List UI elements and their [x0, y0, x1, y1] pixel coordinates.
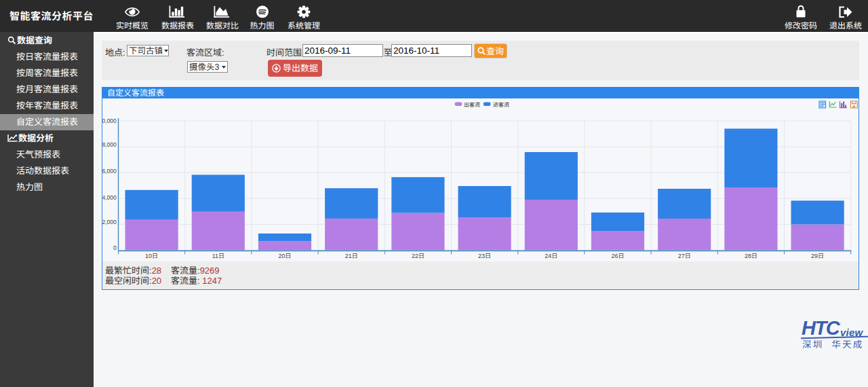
svg-text:23日: 23日	[478, 253, 491, 259]
svg-text:出客流: 出客流	[464, 102, 480, 108]
svg-text:8,000: 8,000	[102, 141, 117, 148]
svg-text:21日: 21日	[345, 253, 358, 259]
svg-text:11日: 11日	[212, 253, 224, 259]
svg-text:28日: 28日	[745, 253, 757, 259]
svg-text:4,000: 4,000	[102, 194, 117, 201]
svg-text:10日: 10日	[145, 253, 158, 259]
svg-text:6,000: 6,000	[102, 168, 117, 174]
svg-text:29日: 29日	[811, 253, 824, 259]
svg-text:进客流: 进客流	[493, 102, 509, 108]
svg-text:26日: 26日	[611, 253, 624, 259]
svg-text:2,000: 2,000	[102, 219, 117, 225]
svg-text:0: 0	[113, 244, 117, 251]
svg-text:27日: 27日	[678, 253, 691, 259]
svg-text:22日: 22日	[412, 253, 425, 259]
svg-text:24日: 24日	[545, 253, 557, 259]
svg-text:20日: 20日	[278, 253, 291, 259]
svg-text:10,000: 10,000	[102, 117, 117, 124]
